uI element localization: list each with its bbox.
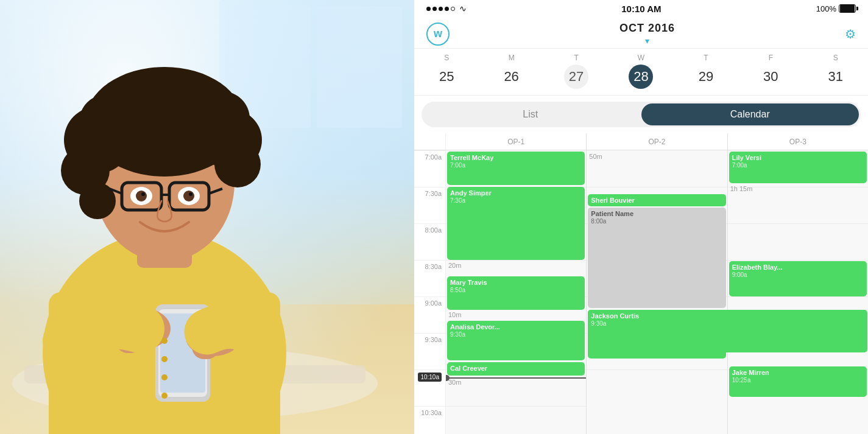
wifi-icon: ∿: [459, 4, 467, 13]
grid-line: [446, 260, 586, 261]
appt-terrell-mckay[interactable]: Terrell McKay 7:00a: [447, 152, 585, 185]
day-num: 25: [434, 65, 459, 89]
day-label: M: [509, 54, 515, 62]
op1-column: OP-1 Terrell McKay 7:00a: [446, 133, 587, 434]
appt-name: Cal Creever: [450, 364, 582, 373]
svg-point-39: [161, 356, 168, 362]
op2-column: OP-2 50m Sheri Bouvier: [587, 133, 727, 434]
view-toggle: List Calendar: [422, 102, 861, 127]
battery-icon: [839, 4, 856, 13]
svg-point-41: [161, 393, 168, 399]
month-dropdown-arrow: ▾: [619, 36, 675, 46]
appt-time: 8:00a: [591, 218, 722, 225]
appt-name: Jackson Curtis: [591, 312, 864, 320]
time-900: 9:00a: [414, 296, 445, 333]
op3-column: OP-3 Lily Versi 7:00a: [728, 133, 868, 434]
appt-mary-travis[interactable]: Mary Travis 8:50a: [447, 276, 585, 310]
appt-elizabeth-blay[interactable]: Elizabeth Blay... 9:00a: [729, 261, 867, 296]
svg-point-30: [189, 192, 192, 196]
appt-name: Lily Versi: [732, 153, 864, 162]
gap-1h15m: 1h 15m: [730, 185, 753, 192]
day-strip: S25M26T27W28T29F30S31: [414, 49, 868, 96]
day-item-28[interactable]: W28: [626, 54, 655, 89]
grid-line: [587, 369, 727, 370]
appt-name: Sheri Bouvier: [591, 196, 722, 205]
appt-time: 7:30a: [450, 197, 582, 204]
signal-dot-3: [439, 7, 443, 11]
day-item-30[interactable]: F30: [756, 54, 785, 89]
appt-time: 10:25a: [732, 377, 864, 383]
phone-frame: ∿ 10:10 AM 100% w OCT 2016 ▾ ⚙ S25M26T27…: [414, 0, 868, 434]
current-time-line: [446, 377, 586, 379]
status-bar: ∿ 10:10 AM 100%: [414, 0, 868, 17]
filter-icon[interactable]: ⚙: [845, 27, 856, 41]
appt-sheri-bouvier[interactable]: Sheri Bouvier: [588, 194, 725, 206]
svg-point-19: [169, 84, 221, 135]
current-time-badge: 10:10a: [418, 373, 442, 382]
appt-name: Elizabeth Blay...: [732, 263, 864, 271]
person-illustration: [0, 0, 414, 434]
day-num: 28: [629, 65, 653, 89]
day-item-31[interactable]: S31: [821, 54, 850, 89]
day-item-27[interactable]: T27: [562, 54, 591, 89]
svg-point-13: [214, 141, 261, 187]
list-tab[interactable]: List: [422, 102, 640, 127]
op1-header: OP-1: [446, 133, 586, 150]
op3-grid: Lily Versi 7:00a 1h 15m Elizabeth Blay..…: [728, 150, 868, 434]
day-item-26[interactable]: M26: [497, 54, 526, 89]
time-1000: 10:10a: [414, 369, 445, 406]
time-700: 7:00a: [414, 150, 445, 187]
signal-dot-4: [445, 7, 449, 11]
battery-area: 100%: [816, 4, 856, 13]
day-label: F: [769, 54, 773, 62]
appt-jake-mirren[interactable]: Jake Mirren 10:25a: [729, 366, 867, 397]
appt-name: Analisa Devor...: [450, 323, 582, 331]
app-logo[interactable]: w: [426, 23, 450, 46]
calendar-area: 7:00a 7:30a 8:00a 8:30a 9:00a 9:30a 10:1…: [414, 133, 868, 434]
grid-line: [446, 406, 586, 407]
appt-time: 9:00a: [732, 271, 864, 278]
day-label: S: [444, 54, 449, 62]
appt-time: 8:50a: [450, 287, 582, 293]
calendar-tab[interactable]: Calendar: [641, 103, 859, 125]
ops-container: OP-1 Terrell McKay 7:00a: [446, 133, 868, 434]
appt-analisa-devor[interactable]: Analisa Devor... 9:30a: [447, 321, 585, 360]
gap-30m: 30m: [448, 379, 461, 386]
gap-20m: 20m: [448, 262, 461, 269]
day-num: 27: [564, 65, 588, 89]
svg-point-18: [110, 85, 158, 134]
appt-time: 9:30a: [450, 331, 582, 338]
time-800: 8:00a: [414, 223, 445, 260]
appt-patient-name[interactable]: Patient Name 8:00a: [588, 208, 725, 308]
appt-jackson-curtis[interactable]: Jackson Curtis9:30a: [588, 310, 867, 352]
signal-dot-5: [451, 7, 455, 11]
app-header: w OCT 2016 ▾ ⚙: [414, 17, 868, 49]
photo-background: [0, 0, 414, 434]
grid-line: [728, 223, 868, 224]
day-item-29[interactable]: T29: [691, 54, 721, 89]
time-730: 7:30a: [414, 187, 445, 223]
day-num: 30: [758, 65, 783, 89]
day-item-25[interactable]: S25: [432, 54, 461, 89]
appt-lily-versi[interactable]: Lily Versi 7:00a: [729, 152, 867, 183]
app-container: ∿ 10:10 AM 100% w OCT 2016 ▾ ⚙ S25M26T27…: [414, 0, 868, 434]
time-column: 7:00a 7:30a 8:00a 8:30a 9:00a 9:30a 10:1…: [414, 133, 446, 434]
time-830: 8:30a: [414, 260, 445, 296]
signal-dot-2: [432, 7, 437, 11]
month-nav[interactable]: OCT 2016 ▾: [619, 22, 675, 46]
appt-cal-creever[interactable]: Cal Creever: [447, 362, 585, 376]
signal-area: ∿: [426, 4, 467, 13]
time-930: 9:30a: [414, 333, 445, 369]
svg-point-29: [183, 191, 194, 201]
grid-line: [728, 296, 868, 297]
day-label: T: [704, 54, 708, 62]
appt-andy-simper[interactable]: Andy Simper 7:30a: [447, 187, 585, 260]
op3-header: OP-3: [728, 133, 868, 150]
svg-point-38: [161, 338, 168, 344]
day-num: 29: [694, 65, 718, 89]
svg-point-26: [136, 191, 147, 201]
time-1030: 10:30a: [414, 406, 445, 434]
appt-name: Jake Mirren: [732, 368, 864, 377]
battery-percent: 100%: [816, 4, 836, 13]
grid-line: [728, 260, 868, 261]
